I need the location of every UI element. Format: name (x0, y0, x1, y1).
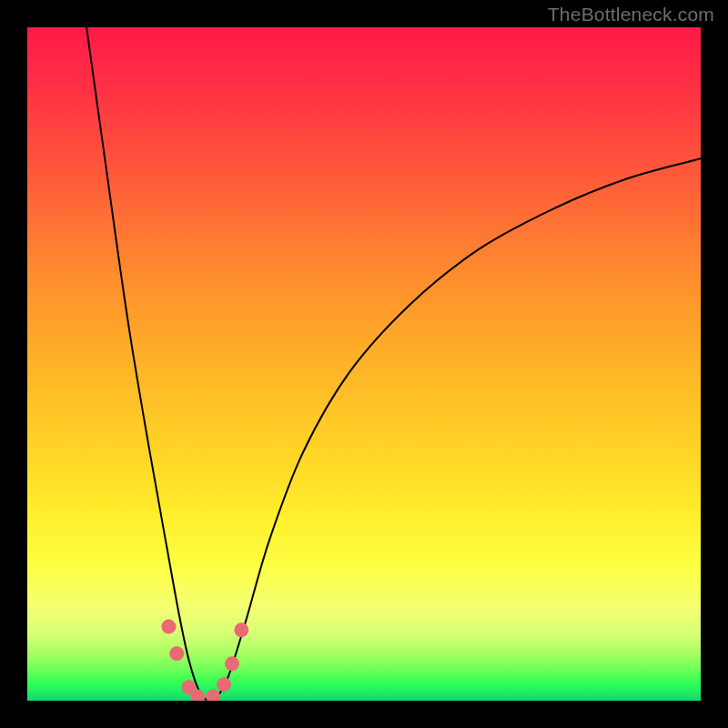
data-marker-7 (234, 622, 248, 637)
data-marker-4 (206, 690, 220, 701)
data-marker-0 (161, 620, 176, 634)
watermark-text: TheBottleneck.com (548, 4, 714, 25)
outer-frame: TheBottleneck.com (0, 0, 728, 728)
plot-area (27, 27, 701, 701)
chart-svg (27, 27, 701, 701)
data-marker-6 (225, 656, 239, 671)
data-marker-1 (169, 646, 184, 661)
bottleneck-curve (86, 27, 701, 701)
markers-group (161, 620, 248, 701)
curve-group (86, 27, 701, 701)
data-marker-5 (217, 677, 231, 692)
